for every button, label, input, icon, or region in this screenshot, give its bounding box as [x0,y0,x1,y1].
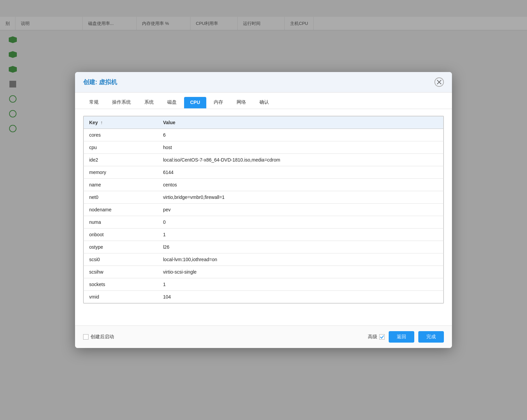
tab-os[interactable]: 操作系统 [106,97,137,109]
table-cell-key: nodename [84,204,158,216]
table-cell-key: numa [84,216,158,229]
start-after-create-checkbox[interactable]: 创建后启动 [83,334,114,340]
table-cell-key: ostype [84,241,158,253]
table-cell-value: local-lvm:100,iothread=on [158,253,444,266]
footer-left: 创建后启动 [83,334,114,340]
table-cell-value: 1 [158,278,444,291]
tab-general[interactable]: 常规 [83,97,105,109]
sort-arrow-icon: ↑ [101,120,103,125]
advanced-section: 高级 [368,334,385,340]
table-row: namecentos [84,179,444,191]
table-row: net0virtio,bridge=vmbr0,firewall=1 [84,191,444,204]
table-cell-value: 6144 [158,166,444,179]
modal-dialog: 创建: 虚拟机 常规 操作系统 系统 磁盘 CPU 内存 网络 确认 [75,72,452,348]
table-row: cpuhost [84,141,444,154]
tab-memory[interactable]: 内存 [208,97,229,109]
table-row: nodenamepev [84,204,444,216]
background-panel: 别 说明 磁盘使用率... 内存使用率 % CPU利用率 运行时间 主机CPU [0,0,527,420]
checkmark-icon [380,335,384,339]
table-cell-value: 0 [158,216,444,229]
kv-table-scroll[interactable]: Key ↑ Value cores6cpuhostide2local:iso/C… [83,116,444,303]
table-row: onboot1 [84,229,444,241]
tab-cpu[interactable]: CPU [184,97,206,108]
tab-disk[interactable]: 磁盘 [161,97,183,109]
table-cell-key: onboot [84,229,158,241]
table-row: numa0 [84,216,444,229]
table-row: scsihwvirtio-scsi-single [84,266,444,278]
col-key-header[interactable]: Key ↑ [84,116,158,129]
table-cell-value: local:iso/CentOS-7-x86_64-DVD-1810.iso,m… [158,154,444,166]
table-cell-value: centos [158,179,444,191]
table-row: scsi0local-lvm:100,iothread=on [84,253,444,266]
table-cell-key: cores [84,129,158,141]
checkbox-box [83,334,89,340]
modal-close-button[interactable] [434,77,444,87]
table-cell-key: net0 [84,191,158,204]
modal-body: Key ↑ Value cores6cpuhostide2local:iso/C… [75,109,452,325]
footer-right: 高级 返回 完成 [368,331,444,343]
table-cell-value: virtio,bridge=vmbr0,firewall=1 [158,191,444,204]
table-cell-key: sockets [84,278,158,291]
table-row: vmid104 [84,291,444,303]
modal-title: 创建: 虚拟机 [83,78,117,86]
start-after-create-label: 创建后启动 [91,334,114,340]
table-cell-value: l26 [158,241,444,253]
table-cell-key: ide2 [84,154,158,166]
tab-bar: 常规 操作系统 系统 磁盘 CPU 内存 网络 确认 [75,93,452,109]
table-cell-key: memory [84,166,158,179]
table-cell-value: host [158,141,444,154]
table-row: ide2local:iso/CentOS-7-x86_64-DVD-1810.i… [84,154,444,166]
table-cell-key: name [84,179,158,191]
table-cell-key: vmid [84,291,158,303]
kv-table: Key ↑ Value cores6cpuhostide2local:iso/C… [83,116,444,303]
table-cell-key: cpu [84,141,158,154]
table-cell-value: 1 [158,229,444,241]
tab-network[interactable]: 网络 [231,97,252,109]
modal-footer: 创建后启动 高级 返回 完成 [75,325,452,348]
back-button[interactable]: 返回 [389,331,414,343]
advanced-checkbox[interactable] [379,334,385,340]
kv-table-wrapper: Key ↑ Value cores6cpuhostide2local:iso/C… [83,116,444,304]
table-cell-value: 104 [158,291,444,303]
tab-system[interactable]: 系统 [138,97,160,109]
table-cell-value: pev [158,204,444,216]
close-icon [437,80,442,84]
table-row: ostypel26 [84,241,444,253]
table-row: memory6144 [84,166,444,179]
modal-overlay: 创建: 虚拟机 常规 操作系统 系统 磁盘 CPU 内存 网络 确认 [0,0,527,420]
table-cell-value: 6 [158,129,444,141]
finish-button[interactable]: 完成 [418,331,444,343]
col-value-header: Value [158,116,444,129]
advanced-label: 高级 [368,334,377,340]
table-row: cores6 [84,129,444,141]
table-row: sockets1 [84,278,444,291]
tab-confirm[interactable]: 确认 [253,97,275,109]
table-cell-key: scsihw [84,266,158,278]
table-cell-value: virtio-scsi-single [158,266,444,278]
modal-header: 创建: 虚拟机 [75,72,452,93]
table-cell-key: scsi0 [84,253,158,266]
